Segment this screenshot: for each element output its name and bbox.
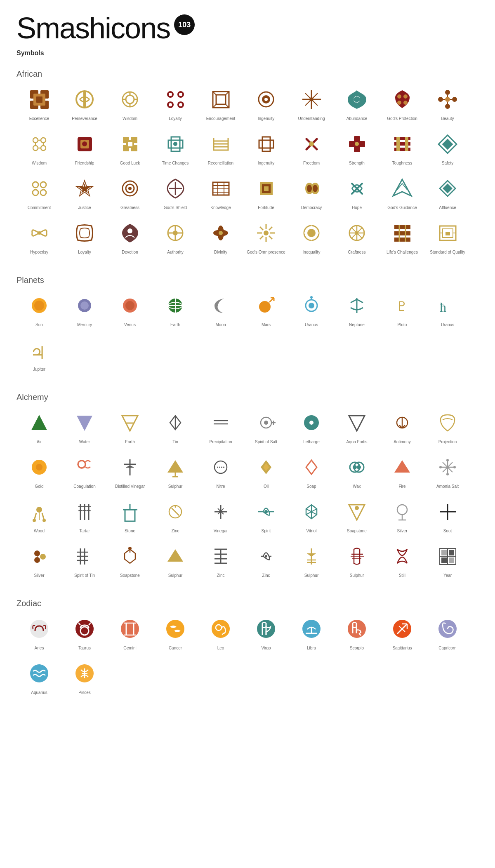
gemini-icon	[116, 614, 144, 643]
list-item: Life's Challenges	[380, 219, 425, 255]
list-item: Tin	[153, 408, 198, 445]
svg-point-216	[42, 519, 46, 522]
svg-point-49	[33, 146, 38, 151]
moon-icon	[206, 291, 235, 320]
encouragement-icon	[206, 85, 235, 114]
svg-marker-203	[394, 460, 410, 473]
svg-point-32	[309, 97, 314, 101]
sulphur4-icon	[342, 542, 371, 571]
vinegar-icon	[206, 497, 235, 526]
spirit-salt-icon	[252, 408, 280, 437]
sulphur3-label: Sulphur	[304, 573, 318, 578]
precipitation-icon	[206, 408, 235, 437]
ingenuity-icon	[252, 85, 280, 114]
svg-marker-170	[31, 415, 47, 430]
list-item: ♃ Jupiter	[16, 336, 62, 372]
svg-rect-24	[216, 95, 226, 104]
fire-label: Fire	[398, 484, 405, 489]
list-item: Precipitation	[198, 408, 243, 445]
svg-point-211	[453, 466, 456, 468]
gold-icon	[25, 453, 54, 482]
list-item: God's Shield	[153, 174, 198, 210]
list-item: Aries	[16, 614, 62, 651]
svg-point-189	[36, 464, 42, 470]
list-item: Devotion	[107, 219, 153, 255]
svg-rect-137	[394, 231, 410, 235]
svg-rect-77	[405, 137, 408, 151]
sulphur2-icon	[161, 542, 190, 571]
ingenuity-label: Ingenuity	[258, 116, 275, 121]
svg-point-47	[33, 138, 38, 143]
projection-label: Projection	[438, 439, 457, 445]
gold-label: Gold	[35, 484, 43, 489]
svg-point-38	[445, 90, 450, 95]
pluto-icon: ♇	[388, 291, 417, 320]
list-item: Distilled Vinegar	[107, 453, 153, 489]
zinc-label: Zinc	[172, 528, 179, 534]
list-item: Venus	[107, 291, 153, 327]
year-icon	[433, 542, 462, 571]
list-item: Knowledge	[198, 174, 243, 210]
svg-point-284	[166, 620, 184, 638]
svg-rect-99	[264, 186, 269, 191]
abundance-icon	[342, 85, 371, 114]
list-item: Sun	[16, 291, 62, 327]
jupiter-icon: ♃	[25, 336, 54, 365]
list-item: Freedom	[289, 129, 334, 166]
svg-marker-264	[307, 553, 316, 557]
svg-point-41	[445, 104, 450, 109]
list-item: Sulphur	[153, 542, 198, 578]
list-item: Democracy	[289, 174, 334, 210]
list-item: God's Protection	[380, 85, 425, 121]
list-item: Earth	[153, 291, 198, 327]
list-item: Stone	[107, 497, 153, 534]
zinc-icon	[161, 497, 190, 526]
vinegar-label: Vinegar	[214, 528, 228, 534]
still-icon	[388, 542, 417, 571]
svg-point-69	[309, 141, 314, 146]
projection-icon	[433, 408, 462, 437]
svg-point-36	[397, 101, 401, 105]
good-luck-icon	[116, 129, 144, 158]
svg-point-151	[125, 301, 134, 310]
svg-point-19	[169, 93, 172, 96]
list-item: Wax	[334, 453, 380, 489]
oil-label: Oil	[264, 484, 269, 489]
svg-point-81	[40, 182, 46, 188]
excellence-icon	[25, 85, 54, 114]
sagittarius-icon	[388, 614, 417, 643]
alchemy-earth-label: Earth	[125, 439, 135, 445]
list-item: Mercury	[62, 291, 107, 327]
svg-rect-136	[394, 225, 410, 229]
greatness-label: Greatness	[120, 205, 139, 210]
list-item: Virgo	[243, 614, 289, 651]
air-icon	[25, 408, 54, 437]
stone-icon	[116, 497, 144, 526]
svg-point-210	[439, 466, 442, 468]
lifes-challenges-label: Life's Challenges	[387, 249, 418, 255]
svg-point-161	[309, 303, 314, 308]
friendship-icon	[70, 129, 99, 158]
list-item: Beauty	[425, 85, 470, 121]
list-item: Gold	[16, 453, 62, 489]
freedom-label: Freedom	[303, 160, 320, 166]
header: Smashicons 103	[16, 8, 478, 47]
svg-point-202	[357, 465, 361, 469]
loyalty-icon	[161, 85, 190, 114]
svg-point-178	[264, 421, 268, 425]
list-item: ħ Uranus	[425, 291, 470, 327]
gods-guidance-icon	[388, 174, 417, 203]
svg-line-122	[269, 227, 272, 230]
list-item: Gemini	[107, 614, 153, 651]
svg-rect-272	[441, 557, 447, 563]
svg-point-21	[169, 103, 172, 106]
venus-label: Venus	[124, 322, 136, 327]
gods-omni-icon	[252, 219, 280, 247]
list-item: Taurus	[62, 614, 107, 651]
letharge-label: Letharge	[303, 439, 319, 445]
loyalty2-icon	[70, 219, 99, 247]
gemini-label: Gemini	[123, 645, 137, 651]
alchemy-earth-icon	[116, 408, 144, 437]
svg-line-121	[269, 236, 272, 239]
svg-point-35	[403, 94, 408, 99]
